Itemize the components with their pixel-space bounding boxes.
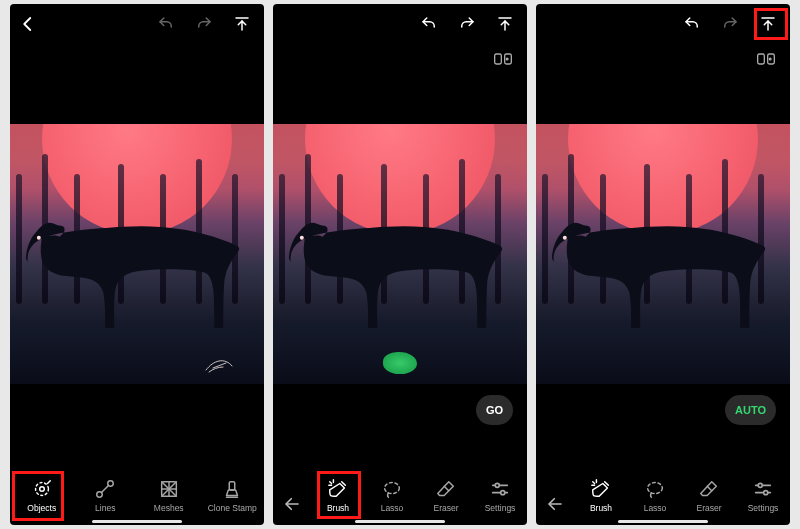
tool-lines[interactable]: Lines (74, 478, 138, 513)
top-bar (536, 4, 790, 44)
svg-point-27 (501, 491, 505, 495)
tool-lasso[interactable]: Lasso (365, 478, 419, 513)
tool-clone-stamp[interactable]: Clone Stamp (201, 478, 265, 513)
go-label: GO (486, 404, 503, 416)
tool-objects[interactable]: Objects (10, 478, 74, 513)
artwork-dog (542, 205, 780, 344)
tool-settings-label: Settings (748, 503, 779, 513)
svg-point-25 (495, 483, 499, 487)
svg-point-4 (39, 487, 44, 492)
tool-lasso[interactable]: Lasso (628, 478, 682, 513)
top-bar (10, 4, 264, 44)
undo-button[interactable] (417, 12, 441, 36)
tool-brush[interactable]: Brush (311, 478, 365, 513)
compare-icon[interactable] (754, 47, 778, 71)
auto-label: AUTO (735, 404, 766, 416)
action-chip-row: GO (273, 384, 527, 436)
tool-brush-label: Brush (327, 503, 349, 513)
undo-button[interactable] (154, 12, 178, 36)
svg-line-23 (444, 486, 449, 491)
tool-eraser-label: Eraser (696, 503, 721, 513)
tool-meshes-label: Meshes (154, 503, 184, 513)
action-chip-row: AUTO (536, 384, 790, 436)
svg-point-38 (758, 483, 762, 487)
tool-meshes[interactable]: Meshes (137, 478, 201, 513)
tool-lasso-label: Lasso (644, 503, 667, 513)
svg-point-20 (300, 236, 304, 240)
undo-button[interactable] (680, 12, 704, 36)
tool-brush[interactable]: Brush (574, 478, 628, 513)
tool-eraser-label: Eraser (433, 503, 458, 513)
home-indicator (92, 520, 182, 523)
export-button[interactable] (493, 12, 517, 36)
svg-point-3 (35, 483, 48, 496)
top-bar (273, 4, 527, 44)
canvas-area[interactable] (273, 124, 527, 384)
brush-toolbar: Brush Lasso Eraser Settings (273, 461, 527, 521)
svg-point-32 (769, 58, 771, 60)
tool-eraser[interactable]: Eraser (682, 478, 736, 513)
svg-rect-30 (758, 54, 765, 64)
svg-line-36 (707, 486, 712, 491)
home-indicator (618, 520, 708, 523)
main-toolbar: Objects Lines Meshes Clone Stamp (10, 461, 264, 521)
canvas-image (536, 124, 790, 384)
tool-brush-label: Brush (590, 503, 612, 513)
screen-2: GO Brush Lasso Eraser Settings (273, 4, 527, 525)
svg-point-40 (764, 491, 768, 495)
tool-settings-label: Settings (485, 503, 516, 513)
canvas-image (273, 124, 527, 384)
back-button[interactable] (16, 12, 40, 36)
compare-row (273, 44, 527, 74)
svg-point-2 (37, 236, 41, 240)
go-button[interactable]: GO (476, 395, 513, 425)
artwork-dog (279, 205, 517, 344)
export-button[interactable] (230, 12, 254, 36)
svg-point-33 (563, 236, 567, 240)
tool-settings[interactable]: Settings (736, 478, 790, 513)
screen-1: Objects Lines Meshes Clone Stamp (10, 4, 264, 525)
toolbar-back[interactable] (273, 495, 311, 513)
artwork-scribble (204, 356, 234, 374)
artwork-dog (16, 205, 254, 344)
tool-clone-label: Clone Stamp (208, 503, 257, 513)
svg-rect-13 (230, 482, 236, 490)
redo-button[interactable] (718, 12, 742, 36)
svg-point-19 (506, 58, 508, 60)
svg-point-22 (385, 483, 400, 494)
toolbar-back[interactable] (536, 495, 574, 513)
svg-point-35 (648, 483, 663, 494)
svg-rect-17 (495, 54, 502, 64)
tool-eraser[interactable]: Eraser (419, 478, 473, 513)
export-button[interactable] (756, 12, 780, 36)
screen-3: AUTO Brush Lasso Eraser Settings (536, 4, 790, 525)
tool-lasso-label: Lasso (381, 503, 404, 513)
redo-button[interactable] (455, 12, 479, 36)
compare-icon[interactable] (491, 47, 515, 71)
tool-objects-label: Objects (27, 503, 56, 513)
tool-settings[interactable]: Settings (473, 478, 527, 513)
auto-button[interactable]: AUTO (725, 395, 776, 425)
canvas-image (10, 124, 264, 384)
brush-toolbar: Brush Lasso Eraser Settings (536, 461, 790, 521)
svg-line-7 (102, 486, 109, 493)
home-indicator (355, 520, 445, 523)
tool-lines-label: Lines (95, 503, 115, 513)
canvas-area[interactable] (536, 124, 790, 384)
brush-mark (383, 352, 417, 374)
canvas-area[interactable] (10, 124, 264, 384)
redo-button[interactable] (192, 12, 216, 36)
compare-row (536, 44, 790, 74)
